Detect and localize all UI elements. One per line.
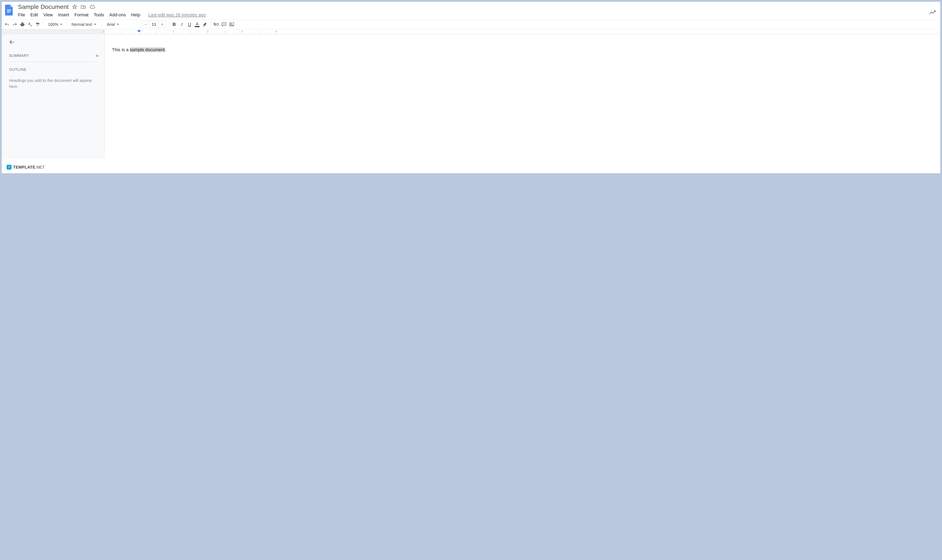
font-size-decrease-button[interactable]: −: [142, 21, 149, 28]
text-color-button[interactable]: A: [194, 21, 200, 28]
add-summary-button[interactable]: +: [96, 52, 99, 59]
svg-rect-2: [7, 12, 10, 12]
menu-edit[interactable]: Edit: [30, 12, 38, 17]
document-paragraph[interactable]: This is a sample document.: [112, 47, 933, 52]
paragraph-style-value: Normal text: [71, 22, 92, 27]
underline-button[interactable]: U: [186, 21, 193, 28]
toolbar-separator: [102, 22, 102, 27]
menu-help[interactable]: Help: [131, 12, 140, 17]
toolbar-separator: [139, 22, 140, 27]
ruler-number: 1: [173, 30, 174, 33]
document-page[interactable]: This is a sample document.: [105, 34, 940, 159]
star-icon[interactable]: [72, 5, 77, 9]
summary-row: SUMMARY +: [9, 52, 99, 62]
ruler-ticks: 1 1 2 3 4: [105, 29, 940, 34]
title-area: Sample Document File Edit View Insert Fo…: [18, 3, 937, 20]
outline-empty-hint: Headings you add to the document will ap…: [9, 77, 99, 89]
move-folder-icon[interactable]: [81, 5, 86, 9]
menubar: File Edit View Insert Format Tools Add-o…: [18, 12, 937, 20]
outline-sidebar: SUMMARY + OUTLINE Headings you add to th…: [2, 34, 105, 159]
paragraph-style-select[interactable]: Normal text: [69, 21, 100, 28]
header: Sample Document File Edit View Insert Fo…: [2, 2, 940, 20]
document-title[interactable]: Sample Document: [18, 3, 69, 10]
svg-point-5: [231, 24, 231, 24]
chevron-down-icon: [117, 24, 119, 25]
summary-label: SUMMARY: [9, 54, 29, 58]
paint-format-icon[interactable]: [34, 21, 41, 28]
indent-marker-icon[interactable]: [137, 30, 141, 34]
ruler[interactable]: 1 1 2 3 4: [2, 29, 940, 34]
menu-file[interactable]: File: [18, 12, 25, 17]
menu-format[interactable]: Format: [74, 12, 89, 17]
undo-icon[interactable]: [4, 21, 10, 28]
svg-rect-1: [7, 11, 11, 11]
body-area: SUMMARY + OUTLINE Headings you add to th…: [2, 34, 940, 159]
menu-view[interactable]: View: [43, 12, 53, 17]
italic-button[interactable]: I: [179, 21, 185, 28]
font-size-increase-button[interactable]: +: [159, 21, 166, 28]
ruler-number: 4: [276, 30, 277, 33]
bold-button[interactable]: B: [171, 21, 177, 28]
watermark: T TEMPLATE.NET: [7, 165, 45, 169]
docs-logo-icon[interactable]: [5, 4, 14, 15]
redo-icon[interactable]: [11, 21, 18, 28]
toolbar-separator: [210, 22, 211, 27]
text-run: This is a: [112, 47, 130, 52]
text-color-swatch: [195, 26, 200, 27]
add-comment-icon[interactable]: [221, 21, 227, 28]
zoom-select[interactable]: 100%: [46, 21, 65, 28]
ruler-number: 3: [241, 30, 242, 33]
watermark-text: TEMPLATE.NET: [13, 165, 45, 169]
font-size-input[interactable]: [149, 21, 159, 28]
insert-link-icon[interactable]: [213, 21, 220, 28]
highlight-color-icon[interactable]: [202, 21, 208, 28]
svg-rect-0: [7, 9, 11, 10]
font-family-value: Arial: [107, 22, 115, 27]
page-viewport: This is a sample document.: [105, 34, 940, 159]
print-icon[interactable]: [19, 21, 26, 28]
font-size-stepper: − +: [142, 21, 166, 28]
watermark-badge-icon: T: [7, 165, 11, 169]
ruler-margin-area: [2, 29, 105, 34]
cloud-status-icon[interactable]: [89, 5, 95, 9]
zoom-value: 100%: [48, 22, 58, 27]
activity-trend-icon[interactable]: [929, 10, 936, 15]
font-family-select[interactable]: Arial: [105, 21, 137, 28]
last-edit-link[interactable]: Last edit was 26 minutes ago: [148, 12, 206, 17]
text-run: .: [165, 47, 166, 52]
collapse-sidebar-button[interactable]: [9, 40, 99, 45]
menu-insert[interactable]: Insert: [58, 12, 69, 17]
toolbar: 100% Normal text Arial − + B I U A: [2, 20, 940, 29]
chevron-down-icon: [94, 24, 96, 25]
spellcheck-icon[interactable]: [27, 21, 33, 28]
insert-image-icon[interactable]: [228, 21, 235, 28]
ruler-number: 2: [207, 30, 208, 33]
ruler-number: 1: [103, 30, 104, 33]
title-row: Sample Document: [18, 3, 937, 10]
menu-tools[interactable]: Tools: [94, 12, 104, 17]
chevron-down-icon: [60, 24, 62, 25]
text-run-highlighted: sample document: [130, 47, 165, 52]
menu-addons[interactable]: Add-ons: [109, 12, 126, 17]
app-window: Sample Document File Edit View Insert Fo…: [2, 2, 940, 174]
outline-label: OUTLINE: [9, 68, 99, 72]
